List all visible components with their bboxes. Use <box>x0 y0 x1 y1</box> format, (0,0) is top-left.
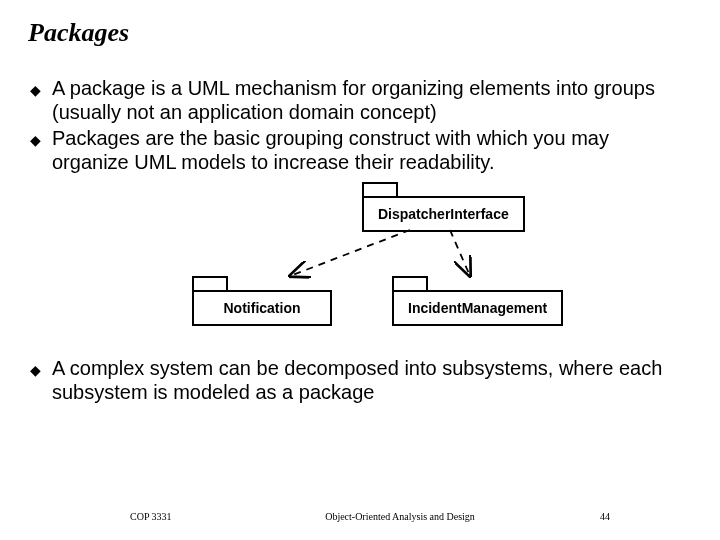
slide-title: Packages <box>0 0 720 48</box>
footer-center: Object-Oriented Analysis and Design <box>200 511 600 522</box>
slide-footer: COP 3331 Object-Oriented Analysis and De… <box>0 511 720 522</box>
bullet-text: A package is a UML mechanism for organiz… <box>52 76 690 124</box>
dependency-arrows <box>0 176 720 356</box>
uml-diagram: DispatcherInterface Notification Inciden… <box>0 176 720 356</box>
dashed-arrow-icon <box>450 230 470 276</box>
bullet-text: Packages are the basic grouping construc… <box>52 126 690 174</box>
footer-right: 44 <box>600 511 720 522</box>
bullet-icon: ◆ <box>30 126 52 152</box>
list-item: ◆ A package is a UML mechanism for organ… <box>30 76 690 124</box>
bullet-text: A complex system can be decomposed into … <box>52 356 690 404</box>
dashed-arrow-icon <box>290 230 410 276</box>
package-notification: Notification <box>192 276 332 326</box>
package-label: DispatcherInterface <box>362 196 525 232</box>
package-dispatcher: DispatcherInterface <box>362 182 525 232</box>
package-incident: IncidentManagement <box>392 276 563 326</box>
package-label: Notification <box>192 290 332 326</box>
package-tab-icon <box>362 182 398 196</box>
bullet-list-bottom: ◆ A complex system can be decomposed int… <box>30 356 690 404</box>
list-item: ◆ Packages are the basic grouping constr… <box>30 126 690 174</box>
footer-left: COP 3331 <box>0 511 200 522</box>
package-label: IncidentManagement <box>392 290 563 326</box>
bullet-icon: ◆ <box>30 356 52 382</box>
bullet-icon: ◆ <box>30 76 52 102</box>
package-tab-icon <box>192 276 228 290</box>
list-item: ◆ A complex system can be decomposed int… <box>30 356 690 404</box>
package-tab-icon <box>392 276 428 290</box>
bullet-list-top: ◆ A package is a UML mechanism for organ… <box>30 76 690 174</box>
